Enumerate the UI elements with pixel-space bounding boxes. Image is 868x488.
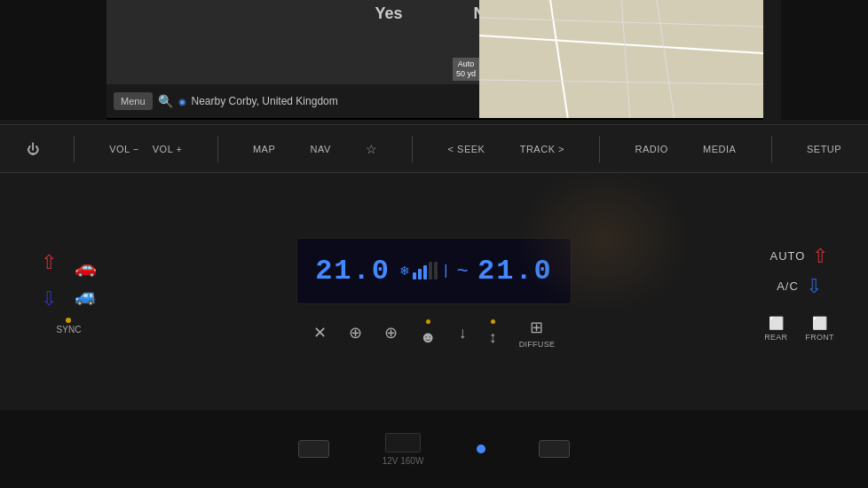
vent-separator: | [444,263,447,279]
star-icon: ☆ [366,142,377,156]
auto-button[interactable]: AUTO [770,249,806,263]
climate-area: ⇧ ⇩ 🚗 🚙 SYNC 21.0 ❄ [0,177,868,408]
vent-face-indicator [426,319,430,324]
rear-label: REAR [764,333,787,342]
setup-button[interactable]: SETUP [807,144,841,154]
rear-defrost-icon: ⬜ [769,316,784,330]
radio-button[interactable]: RADIO [635,144,667,154]
location-icon: ◉ [178,97,186,106]
sync-area: SYNC [57,318,82,335]
bottom-area: 12V 160W [0,410,868,488]
fan-off-button[interactable]: ✕ [313,323,327,342]
volume-group: VOL − VOL + [109,144,182,154]
fan-off-icon: ✕ [313,323,327,342]
divider-5 [771,136,772,162]
power-icon: ⏻ [27,142,39,156]
vent-feet-icon: ↓ [459,324,467,342]
vol-minus-button[interactable]: VOL − [109,144,139,154]
fan-bar-1 [413,272,416,279]
right-temp-display: 21.0 [477,255,553,287]
map-button[interactable]: MAP [253,144,275,154]
fan-bar-5 [434,262,438,279]
climate-display: 21.0 ❄ | ~ 21.0 [296,238,572,304]
svg-rect-0 [479,0,763,120]
fan-bar-4 [429,262,432,279]
auto-distance-badge: Auto 50 yd [453,58,479,81]
climate-left: ⇧ ⇩ 🚗 🚙 SYNC [0,177,138,408]
vent-both-icon: ↕ [489,328,497,347]
fan-low-button[interactable]: ⊕ [349,323,362,342]
divider-4 [599,136,600,162]
left-temp-down-button[interactable]: ⇩ [41,287,57,311]
right-temp-down-button[interactable]: ⇩ [806,275,822,298]
front-defrost-button[interactable]: ⬜ FRONT [805,316,834,342]
usb-slot-left [298,440,329,458]
vent-both-button[interactable]: ↕ [489,319,497,347]
nav-menu-button[interactable]: Menu [114,92,153,110]
fan-high-icon: ⊕ [384,323,398,342]
nav-address: Nearby Corby, United Kingdom [192,95,472,107]
rear-defrost-button[interactable]: ⬜ REAR [764,316,787,342]
fan-low-icon: ⊕ [349,323,362,342]
fan-icon: ❄ [399,264,410,278]
right-panel [781,0,868,120]
divider-1 [74,136,75,162]
sync-indicator [66,318,71,323]
status-indicator [477,445,485,453]
ac-button[interactable]: A/C [777,279,799,293]
climate-right: AUTO ⇧ A/C ⇩ ⬜ REAR ⬜ FRONT [730,177,868,408]
yes-button[interactable]: Yes [375,4,402,23]
fan-bar-2 [418,269,422,279]
right-temp-up-button[interactable]: ⇧ [812,245,828,268]
fan-display: ❄ | [399,262,447,279]
nav-button[interactable]: NAV [310,144,330,154]
left-temp-display: 21.0 [315,255,391,287]
vent-face-icon: ☻ [420,328,437,347]
search-icon[interactable]: 🔍 [158,94,173,108]
vent-both-indicator [491,319,495,324]
vent-face-button[interactable]: ☻ [420,319,437,347]
fan-speed-bars [413,262,438,279]
car-top-icon: 🚗 [75,256,97,278]
track-button[interactable]: TRACK > [520,144,564,154]
front-defrost-icon: ⬜ [812,316,827,330]
divider-2 [217,136,218,162]
diffuse-icon: ⊞ [530,318,543,337]
fan-bar-3 [423,265,427,279]
vent-feet-button[interactable]: ↓ [459,324,467,342]
nav-bottom-bar: Menu 🔍 ◉ Nearby Corby, United Kingdom [107,84,479,118]
control-bar: ⏻ VOL − VOL + MAP NAV ☆ < SEEK TRACK > R… [0,124,868,173]
car-icons: 🚗 🚙 [75,256,97,306]
media-button[interactable]: MEDIA [703,144,736,154]
power-button[interactable]: ⏻ [27,142,39,156]
usb-slot-right [539,440,570,458]
diffuse-label: DIFFUSE [519,340,556,349]
sync-label[interactable]: SYNC [57,325,82,335]
power-label: 12V 160W [383,456,424,466]
nav-screen: Yes No Auto 50 yd Menu 🔍 ◉ Nearby Corby,… [107,0,763,120]
diffuse-button[interactable]: ⊞ DIFFUSE [519,318,556,349]
left-temp-up-button[interactable]: ⇧ [41,251,57,274]
fan-high-button[interactable]: ⊕ [384,323,398,342]
nav-map [479,0,763,120]
left-panel [0,0,107,120]
vol-plus-button[interactable]: VOL + [153,144,183,154]
airflow-icon: ~ [457,259,469,282]
favorites-button[interactable]: ☆ [366,142,377,156]
power-outlet [385,433,421,453]
front-label: FRONT [805,333,834,342]
car-side-icon: 🚙 [75,285,97,306]
seek-prev-button[interactable]: < SEEK [448,144,485,154]
climate-center: 21.0 ❄ | ~ 21.0 ✕ ⊕ [138,177,730,408]
divider-3 [412,136,413,162]
